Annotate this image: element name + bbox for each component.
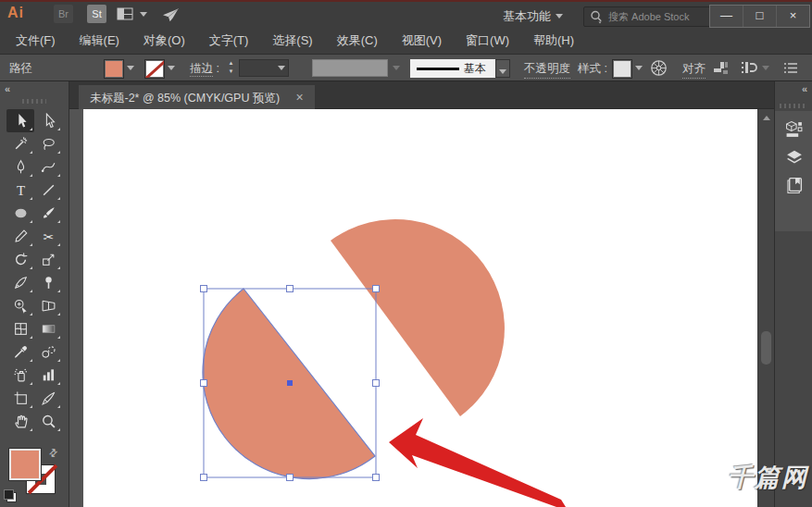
dock-collapse-icon[interactable]: «	[802, 83, 806, 94]
brush-stroke-preview	[417, 68, 459, 70]
scroll-up-icon[interactable]	[763, 116, 770, 120]
bridge-button[interactable]: Br	[54, 5, 73, 23]
menu-item-0[interactable]: 文件(F)	[4, 28, 68, 54]
arrange-documents-icon[interactable]	[117, 7, 134, 24]
blend-tool[interactable]	[34, 340, 62, 364]
align-chevron-icon[interactable]	[762, 66, 769, 70]
recolor-artwork-icon[interactable]	[650, 59, 668, 80]
perspective-grid-tool[interactable]	[34, 294, 62, 317]
fill-color-swatch[interactable]	[104, 59, 124, 79]
zoom-tool[interactable]	[34, 410, 62, 433]
lasso-tool[interactable]	[34, 132, 62, 155]
close-button[interactable]: ×	[777, 6, 809, 27]
shaper-tool[interactable]	[6, 225, 34, 248]
line-segment-tool[interactable]	[34, 179, 62, 202]
selection-handle[interactable]	[287, 286, 294, 292]
pasteboard-strip	[69, 109, 83, 507]
maximize-button[interactable]: □	[743, 6, 777, 27]
document-tab[interactable]: 未标题-2* @ 85% (CMYK/GPU 预览) ×	[79, 85, 315, 109]
brush-definition-dropdown[interactable]: 基本	[410, 59, 495, 78]
selection-center-point[interactable]	[287, 380, 293, 386]
artboard-tool[interactable]	[6, 387, 34, 410]
layers-panel-icon[interactable]	[775, 148, 812, 167]
fill-chip[interactable]	[9, 449, 41, 480]
width-profile-chevron-icon	[393, 66, 400, 70]
minimize-button[interactable]: —	[710, 6, 743, 27]
menu-item-6[interactable]: 视图(V)	[390, 28, 454, 54]
distribute-objects-icon[interactable]	[741, 61, 757, 78]
stroke-weight-chevron-icon[interactable]	[278, 66, 285, 70]
direct-selection-tool[interactable]	[34, 109, 62, 132]
dock-grip[interactable]	[780, 104, 807, 108]
libraries-panel-icon[interactable]	[775, 176, 812, 194]
watermark: 千篇网	[728, 461, 808, 494]
menu-item-2[interactable]: 对象(O)	[131, 28, 197, 54]
style-chevron-icon[interactable]	[635, 66, 643, 70]
style-swatch[interactable]	[612, 59, 632, 79]
brush-chevron-button[interactable]	[495, 59, 510, 78]
width-tool[interactable]	[6, 271, 34, 294]
selection-handle[interactable]	[373, 286, 380, 292]
hand-tool[interactable]	[6, 410, 34, 433]
selection-handle[interactable]	[373, 475, 380, 481]
workspace-switcher[interactable]: 基本功能	[503, 8, 551, 25]
annotation-arrow	[389, 418, 566, 507]
stroke-color-swatch[interactable]	[144, 59, 165, 79]
curvature-tool[interactable]	[34, 155, 62, 179]
opacity-link[interactable]: 不透明度	[524, 61, 570, 79]
tools-collapse-icon[interactable]: «	[5, 83, 9, 94]
selection-handle[interactable]	[201, 286, 207, 292]
panel-menu-icon[interactable]	[783, 62, 798, 77]
stroke-chevron-icon[interactable]	[168, 66, 175, 70]
mesh-tool[interactable]	[6, 317, 34, 340]
ellipse-tool[interactable]	[6, 202, 34, 225]
properties-panel-icon[interactable]	[775, 120, 812, 139]
type-tool[interactable]: T	[6, 179, 34, 202]
window-controls: —□×	[709, 5, 810, 28]
rotate-tool[interactable]	[6, 248, 34, 271]
half-circle-upper-right[interactable]	[331, 219, 505, 416]
arrange-documents-chevron-icon[interactable]	[140, 12, 147, 17]
workspace-chevron-icon[interactable]	[556, 14, 563, 19]
tools-grip[interactable]	[22, 99, 46, 104]
stroke-weight-stepper[interactable]: ▲▼	[225, 59, 237, 77]
stock-search-input[interactable]: 搜索 Adobe Stock	[583, 6, 711, 27]
scissors-tool[interactable]: ✂	[34, 225, 62, 248]
artboard-canvas[interactable]	[83, 109, 757, 507]
vertical-scrollbar[interactable]	[757, 109, 774, 507]
menu-item-5[interactable]: 效果(C)	[325, 28, 390, 54]
selection-handle[interactable]	[287, 475, 294, 481]
slice-tool[interactable]	[34, 387, 62, 410]
menu-item-7[interactable]: 窗口(W)	[454, 28, 521, 54]
eyedropper-tool[interactable]	[6, 340, 34, 364]
fill-chevron-icon[interactable]	[127, 66, 134, 70]
tab-close-icon[interactable]: ×	[296, 90, 304, 105]
stock-button[interactable]: St	[87, 5, 106, 23]
selection-handle[interactable]	[201, 380, 207, 387]
stroke-weight-label[interactable]: 描边 :	[190, 61, 219, 77]
scale-tool[interactable]	[34, 248, 62, 271]
document-tab-title: 未标题-2* @ 85% (CMYK/GPU 预览)	[90, 92, 280, 105]
share-icon[interactable]	[161, 7, 180, 26]
swap-fill-stroke-icon[interactable]: ⇄	[46, 446, 61, 461]
gradient-tool[interactable]	[34, 317, 62, 340]
symbol-sprayer-tool[interactable]	[6, 364, 34, 387]
pen-tool[interactable]	[6, 155, 34, 179]
shape-builder-tool[interactable]	[6, 294, 34, 317]
align-link[interactable]: 对齐	[682, 61, 706, 79]
menu-item-4[interactable]: 选择(S)	[260, 28, 324, 54]
menu-item-1[interactable]: 编辑(E)	[68, 28, 131, 54]
magic-wand-tool[interactable]	[6, 132, 34, 155]
menu-bar: 文件(F)编辑(E)对象(O)文字(T)选择(S)效果(C)视图(V)窗口(W)…	[0, 28, 812, 54]
align-objects-icon[interactable]	[713, 61, 729, 78]
scrollbar-thumb[interactable]	[761, 331, 771, 365]
menu-item-3[interactable]: 文字(T)	[197, 28, 261, 54]
selection-tool[interactable]	[6, 109, 34, 132]
column-graph-tool[interactable]	[34, 364, 62, 387]
paintbrush-tool[interactable]	[34, 202, 62, 225]
puppet-warp-tool[interactable]	[34, 271, 62, 294]
default-fill-stroke-icon[interactable]	[4, 489, 17, 502]
menu-item-8[interactable]: 帮助(H)	[521, 28, 586, 54]
selection-handle[interactable]	[373, 380, 380, 387]
selection-handle[interactable]	[201, 475, 207, 481]
